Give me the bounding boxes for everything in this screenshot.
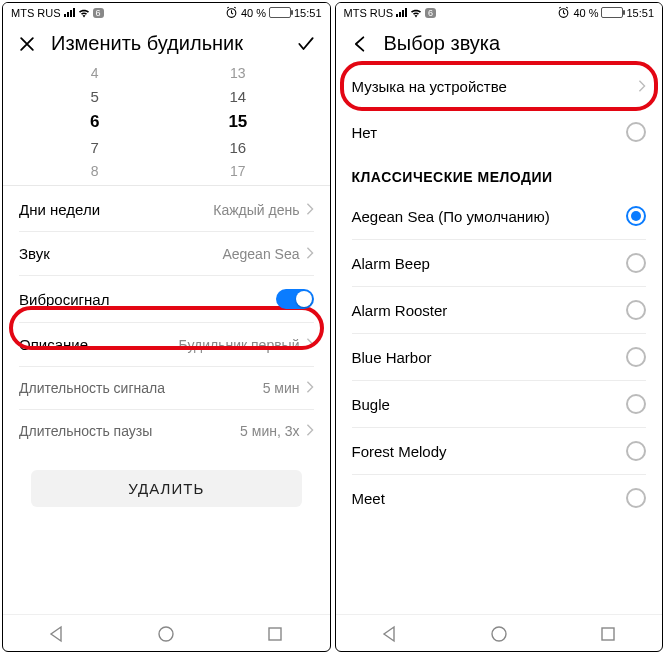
nav-bar <box>3 614 330 651</box>
confirm-icon[interactable] <box>296 34 316 54</box>
picker-value: 5 <box>90 88 98 105</box>
chevron-right-icon <box>306 380 314 396</box>
row-value: Будильник первый <box>179 337 300 353</box>
wifi-icon <box>78 8 90 18</box>
row-label: Музыка на устройстве <box>352 78 633 95</box>
row-value: 5 мин <box>263 380 300 396</box>
nav-home-icon[interactable] <box>490 625 508 643</box>
chevron-right-icon <box>306 336 314 353</box>
row-label: Вибросигнал <box>19 291 276 308</box>
nav-recent-icon[interactable] <box>266 625 284 643</box>
nav-home-icon[interactable] <box>157 625 175 643</box>
row-label: Длительность сигнала <box>19 380 263 396</box>
radio-button[interactable] <box>626 300 646 320</box>
radio-button[interactable] <box>626 488 646 508</box>
status-time: 15:51 <box>626 7 654 19</box>
row-sound-option[interactable]: Alarm Beep <box>336 240 663 286</box>
battery-icon <box>601 7 623 18</box>
wifi-icon <box>410 8 422 18</box>
alarm-icon <box>557 6 570 19</box>
row-music-on-device[interactable]: Музыка на устройстве <box>336 65 663 108</box>
row-label: Нет <box>352 124 627 141</box>
chevron-right-icon <box>306 245 314 262</box>
carrier-label: MTS RUS <box>11 7 61 19</box>
row-sound[interactable]: Звук Aegean Sea <box>3 232 330 275</box>
svg-point-1 <box>159 627 173 641</box>
chevron-right-icon <box>306 201 314 218</box>
nav-back-icon[interactable] <box>381 625 399 643</box>
row-label: Alarm Rooster <box>352 302 627 319</box>
nav-bar <box>336 614 663 651</box>
row-days[interactable]: Дни недели Каждый день <box>3 188 330 231</box>
picker-value: 17 <box>230 163 246 179</box>
row-value: Каждый день <box>213 202 299 218</box>
header: Выбор звука <box>336 22 663 65</box>
svg-point-4 <box>492 627 506 641</box>
radio-button[interactable] <box>626 441 646 461</box>
row-value: Aegean Sea <box>222 246 299 262</box>
row-label: Дни недели <box>19 201 213 218</box>
row-label: Длительность паузы <box>19 423 240 439</box>
battery-pct: 40 % <box>241 7 266 19</box>
svg-rect-5 <box>602 628 614 640</box>
status-bar: MTS RUS 6 40 % 15:51 <box>3 3 330 22</box>
page-title: Выбор звука <box>384 32 649 55</box>
row-sound-option[interactable]: Bugle <box>336 381 663 427</box>
picker-value: 14 <box>230 88 247 105</box>
picker-value: 13 <box>230 65 246 81</box>
chevron-right-icon <box>638 78 646 95</box>
delete-button[interactable]: УДАЛИТЬ <box>31 470 302 507</box>
back-icon[interactable] <box>350 34 370 54</box>
battery-icon <box>269 7 291 18</box>
section-title: КЛАССИЧЕСКИЕ МЕЛОДИИ <box>336 155 663 193</box>
alarm-icon <box>225 6 238 19</box>
picker-value: 4 <box>91 65 99 81</box>
carrier-label: MTS RUS <box>344 7 394 19</box>
row-sound-option[interactable]: Aegean Sea (По умолчанию) <box>336 193 663 239</box>
picker-value: 8 <box>91 163 99 179</box>
row-value: 5 мин, 3x <box>240 423 299 439</box>
row-sound-option[interactable]: Forest Melody <box>336 428 663 474</box>
picker-value: 7 <box>90 139 98 156</box>
signal-icon <box>64 8 75 17</box>
row-description[interactable]: Описание Будильник первый <box>3 323 330 366</box>
nav-back-icon[interactable] <box>48 625 66 643</box>
row-sound-option[interactable]: Meet <box>336 475 663 521</box>
row-signal-length[interactable]: Длительность сигнала 5 мин <box>3 367 330 409</box>
row-label: Blue Harbor <box>352 349 627 366</box>
picker-value: 6 <box>90 112 99 132</box>
radio-button[interactable] <box>626 122 646 142</box>
status-bar: MTS RUS 6 40 % 15:51 <box>336 3 663 22</box>
picker-value: 15 <box>228 112 247 132</box>
hour-column[interactable]: 4 5 6 7 8 <box>23 65 166 179</box>
row-none[interactable]: Нет <box>336 109 663 155</box>
notification-badge: 6 <box>93 8 104 18</box>
radio-button[interactable] <box>626 347 646 367</box>
phone-left: MTS RUS 6 40 % 15:51 Изменить будильник … <box>2 2 331 652</box>
radio-button[interactable] <box>626 206 646 226</box>
status-time: 15:51 <box>294 7 322 19</box>
phone-right: MTS RUS 6 40 % 15:51 Выбор звука Музыка … <box>335 2 664 652</box>
chevron-right-icon <box>306 423 314 439</box>
header: Изменить будильник <box>3 22 330 65</box>
row-label: Meet <box>352 490 627 507</box>
row-label: Bugle <box>352 396 627 413</box>
row-sound-option[interactable]: Alarm Rooster <box>336 287 663 333</box>
toggle-switch[interactable] <box>276 289 314 309</box>
row-label: Aegean Sea (По умолчанию) <box>352 208 627 225</box>
minute-column[interactable]: 13 14 15 16 17 <box>166 65 309 179</box>
notification-badge: 6 <box>425 8 436 18</box>
battery-pct: 40 % <box>573 7 598 19</box>
row-sound-option[interactable]: Blue Harbor <box>336 334 663 380</box>
radio-button[interactable] <box>626 253 646 273</box>
close-icon[interactable] <box>17 34 37 54</box>
picker-value: 16 <box>230 139 247 156</box>
svg-rect-2 <box>269 628 281 640</box>
row-label: Alarm Beep <box>352 255 627 272</box>
row-pause-length[interactable]: Длительность паузы 5 мин, 3x <box>3 410 330 452</box>
row-label: Описание <box>19 336 179 353</box>
time-picker[interactable]: 4 5 6 7 8 13 14 15 16 17 <box>3 65 330 183</box>
nav-recent-icon[interactable] <box>599 625 617 643</box>
row-vibrate[interactable]: Вибросигнал <box>3 276 330 322</box>
radio-button[interactable] <box>626 394 646 414</box>
